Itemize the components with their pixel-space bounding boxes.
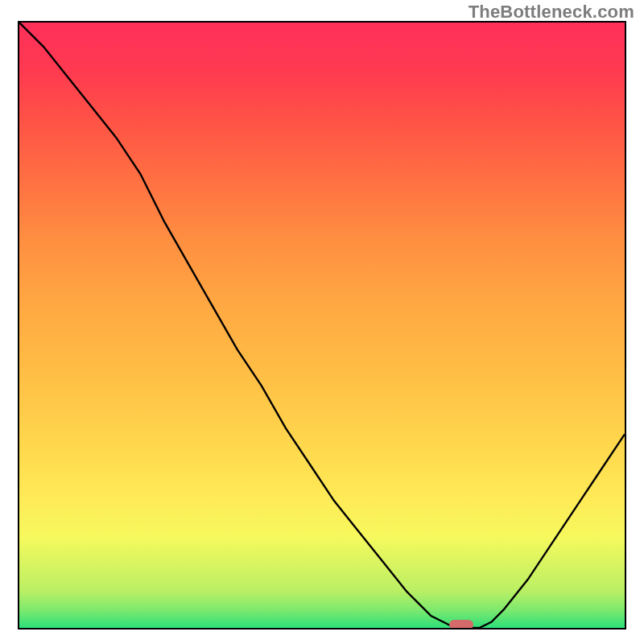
- chart-container: TheBottleneck.com: [0, 0, 644, 644]
- data-curve: [19, 23, 625, 628]
- optimum-marker: [449, 620, 473, 630]
- watermark-text: TheBottleneck.com: [469, 2, 634, 23]
- plot-area: [18, 21, 626, 630]
